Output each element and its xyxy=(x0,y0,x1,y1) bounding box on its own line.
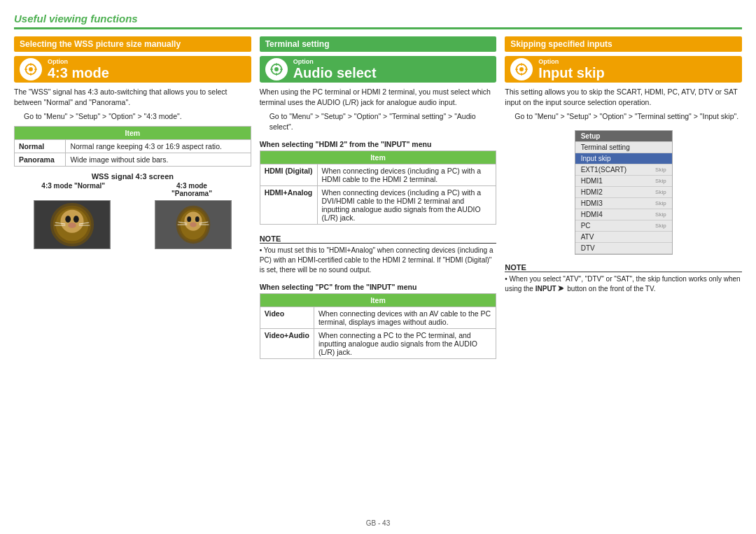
menu-skip-pc: Skip xyxy=(655,223,666,229)
settings-icon-3 xyxy=(514,62,529,77)
menu-label-atv: ATV xyxy=(581,233,594,241)
menu-row-ext1: EXT1(SCART) Skip xyxy=(575,164,672,176)
svg-point-11 xyxy=(74,216,79,223)
table-row: Normal Normal range keeping 4:3 or 16:9 … xyxy=(15,140,251,153)
skip-body2: Go to "Menu" > "Setup" > "Option" > "Ter… xyxy=(514,111,742,122)
hdmi-row2-desc: When connecting devices (including a PC)… xyxy=(317,185,496,224)
wss-body2: Go to "Menu" > "Setup" > "Option" > "4:3… xyxy=(24,111,251,122)
menu-skip-hdmi1: Skip xyxy=(655,178,666,184)
pc-heading: When selecting "PC" from the "INPUT" men… xyxy=(260,283,497,291)
menu-skip-ext1: Skip xyxy=(655,167,666,173)
pc-row1-desc: When connecting devices with an AV cable… xyxy=(314,307,496,328)
menu-label-dtv: DTV xyxy=(581,244,595,252)
settings-icon xyxy=(23,62,38,77)
wss-row2-desc: Wide image without side bars. xyxy=(66,153,251,167)
wss-row1-label: Normal xyxy=(15,140,66,153)
table-row: HDMI+Analog When connecting devices (inc… xyxy=(260,185,496,224)
col-audio: Terminal setting Option Audio select xyxy=(260,36,497,514)
svg-point-22 xyxy=(195,216,200,222)
hdmi-table-header: Item xyxy=(260,150,496,164)
lion-panorama-svg xyxy=(155,201,231,248)
pc-row2-label: Video+Audio xyxy=(260,328,314,358)
menu-label-pc: PC xyxy=(581,222,591,230)
col-inputskip: Skipping specified inputs Option Input xyxy=(505,36,742,514)
page-title: Useful viewing functions xyxy=(14,13,138,24)
wss-option-text: Option 4:3 mode xyxy=(48,58,109,80)
audio-option-label: Option xyxy=(293,58,377,65)
hdmi-row1-label: HDMI (Digital) xyxy=(260,164,317,185)
skip-option-icon xyxy=(510,58,533,80)
menu-skip-hdmi3: Skip xyxy=(655,200,666,206)
skip-note-text: • When you select "ATV", "DTV" or "SAT",… xyxy=(505,274,742,294)
svg-point-23 xyxy=(190,223,197,227)
svg-point-1 xyxy=(29,67,33,71)
menu-label-hdmi3: HDMI3 xyxy=(581,199,603,207)
columns-container: Selecting the WSS picture size manually … xyxy=(14,36,742,514)
wss-table-header: Item xyxy=(15,127,251,140)
svg-point-35 xyxy=(519,67,524,71)
wss-option-icon xyxy=(20,58,42,80)
hdmi-heading: When selecting "HDMI 2" from the "INPUT"… xyxy=(260,140,497,148)
menu-label-terminal: Terminal setting xyxy=(581,143,630,151)
pc-row1-label: Video xyxy=(260,307,314,328)
menu-row-setup: Setup xyxy=(575,131,672,142)
menu-row-hdmi2: HDMI2 Skip xyxy=(575,187,672,198)
lion-normal-svg xyxy=(34,201,110,248)
pc-table: Item Video When connecting devices with … xyxy=(260,293,497,359)
audio-note-text: • You must set this to "HDMI+Analog" whe… xyxy=(260,246,497,275)
page-indicator: GB - 43 xyxy=(366,519,390,527)
hdmi-row2-label: HDMI+Analog xyxy=(260,185,317,224)
menu-row-hdmi1: HDMI1 Skip xyxy=(575,176,672,187)
menu-label-hdmi2: HDMI2 xyxy=(581,188,603,196)
wss-section-header: Selecting the WSS picture size manually xyxy=(14,36,251,52)
audio-section-header: Terminal setting xyxy=(260,36,497,52)
menu-label-inputskip: Input skip xyxy=(581,155,611,162)
page-header: Useful viewing functions xyxy=(14,13,742,29)
skip-note-title: NOTE xyxy=(505,263,742,272)
wss-body1: The "WSS" signal has 4:3 auto-switching … xyxy=(14,87,251,107)
audio-option-title: Audio select xyxy=(293,65,377,80)
audio-option-badge: Option Audio select xyxy=(260,56,497,83)
menu-label-hdmi1: HDMI1 xyxy=(581,177,603,185)
svg-point-21 xyxy=(187,216,191,222)
wss-mode1-label: 4:3 mode "Normal" xyxy=(16,182,130,197)
menu-row-terminal: Terminal setting xyxy=(575,142,672,153)
wss-row1-desc: Normal range keeping 4:3 or 16:9 aspect … xyxy=(66,140,251,153)
menu-row-inputskip: Input skip xyxy=(575,153,672,164)
pc-row2-desc: When connecting a PC to the PC terminal,… xyxy=(314,328,496,358)
menu-row-pc: PC Skip xyxy=(575,220,672,232)
hdmi-row1-desc: When connecting devices (including a PC)… xyxy=(317,164,496,185)
svg-point-19 xyxy=(184,212,202,231)
menu-row-atv: ATV xyxy=(575,232,672,243)
wss-modes-row: 4:3 mode "Normal" 4:3 mode"Panorama" xyxy=(14,182,251,197)
skip-option-text: Option Input skip xyxy=(538,58,604,80)
wss-img-panorama xyxy=(155,200,232,249)
wss-mode2-label: 4:3 mode"Panorama" xyxy=(135,182,249,197)
skip-option-title: Input skip xyxy=(538,65,604,80)
svg-point-12 xyxy=(68,223,76,228)
wss-option-title: 4:3 mode xyxy=(48,65,109,80)
skip-option-badge: Option Input skip xyxy=(505,56,742,83)
wss-option-label: Option xyxy=(48,58,109,65)
pc-table-header: Item xyxy=(260,293,496,307)
menu-label-setup: Setup xyxy=(581,132,601,140)
wss-screen-title: WSS signal 4:3 screen xyxy=(14,172,251,181)
wss-table: Item Normal Normal range keeping 4:3 or … xyxy=(14,126,251,167)
wss-img-normal xyxy=(34,200,111,249)
menu-skip-hdmi2: Skip xyxy=(655,189,666,195)
audio-note: NOTE • You must set this to "HDMI+Analog… xyxy=(260,234,497,275)
audio-option-text: Option Audio select xyxy=(293,58,377,80)
svg-point-8 xyxy=(60,210,83,233)
skip-body1: This setting allows you to skip the SCAR… xyxy=(505,87,742,107)
table-row: Panorama Wide image without side bars. xyxy=(15,153,251,167)
audio-body1: When using the PC terminal or HDMI 2 ter… xyxy=(260,87,497,107)
wss-row2-label: Panorama xyxy=(15,153,66,167)
col-wss: Selecting the WSS picture size manually … xyxy=(14,36,251,514)
audio-body2: Go to "Menu" > "Setup" > "Option" > "Ter… xyxy=(270,111,497,132)
menu-row-hdmi4: HDMI4 Skip xyxy=(575,209,672,220)
skip-option-label: Option xyxy=(538,58,604,65)
menu-label-hdmi4: HDMI4 xyxy=(581,211,603,218)
wss-images-row xyxy=(14,200,251,249)
input-bold: INPUT xyxy=(536,285,556,293)
skip-note: NOTE • When you select "ATV", "DTV" or "… xyxy=(505,263,742,294)
